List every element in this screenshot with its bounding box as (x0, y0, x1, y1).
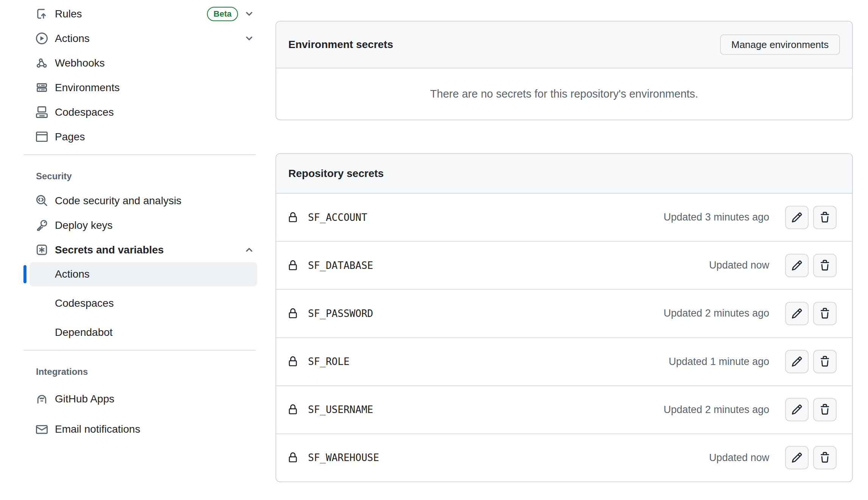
pencil-icon (791, 452, 803, 463)
trash-icon (819, 308, 831, 319)
settings-sidebar: Rules Beta Actions Webhooks Environments… (15, 2, 261, 444)
secret-row: SF_WAREHOUSE Updated now (276, 434, 852, 481)
sidebar-item-label: Email notifications (55, 423, 140, 435)
secret-updated: Updated now (709, 259, 769, 271)
delete-secret-button[interactable] (813, 206, 837, 229)
sidebar-subitem-label: Dependabot (55, 326, 113, 339)
secret-updated: Updated 1 minute ago (669, 356, 769, 368)
sidebar-divider (23, 350, 256, 351)
mail-icon (36, 424, 48, 435)
rules-icon (36, 8, 48, 20)
sidebar-subitem-codespaces[interactable]: Codespaces (30, 291, 257, 315)
sidebar-item-label: Deploy keys (55, 219, 113, 231)
chevron-down-icon (244, 33, 254, 43)
integrations-section-header: Integrations (15, 360, 261, 384)
sidebar-item-label: Rules (55, 8, 82, 20)
pencil-icon (791, 212, 803, 223)
sidebar-item-github-apps[interactable]: GitHub Apps (15, 384, 261, 414)
repository-secrets-panel: Repository secrets SF_ACCOUNT Updated 3 … (275, 153, 853, 482)
delete-secret-button[interactable] (813, 254, 837, 277)
play-icon (36, 33, 48, 44)
sidebar-item-label: GitHub Apps (55, 393, 114, 405)
repository-secrets-header: Repository secrets (276, 154, 852, 194)
lock-icon (288, 452, 298, 463)
manage-environments-button[interactable]: Manage environments (720, 34, 840, 55)
sidebar-item-email-notifications[interactable]: Email notifications (15, 414, 261, 444)
webhook-icon (36, 57, 48, 69)
sidebar-item-code-security[interactable]: Code security and analysis (15, 188, 261, 213)
secret-name: SF_DATABASE (308, 260, 373, 271)
edit-secret-button[interactable] (785, 350, 809, 373)
secret-row: SF_ROLE Updated 1 minute ago (276, 338, 852, 386)
sidebar-item-label: Environments (55, 82, 120, 94)
sidebar-subitem-actions[interactable]: Actions (30, 262, 257, 286)
panel-title: Repository secrets (288, 168, 384, 180)
secret-name: SF_WAREHOUSE (308, 452, 379, 463)
secret-row: SF_PASSWORD Updated 2 minutes ago (276, 290, 852, 338)
secret-updated: Updated 2 minutes ago (664, 307, 769, 319)
sidebar-item-rules[interactable]: Rules Beta (15, 2, 261, 26)
lock-icon (288, 212, 298, 223)
chevron-up-icon (244, 245, 254, 255)
secret-row: SF_ACCOUNT Updated 3 minutes ago (276, 194, 852, 242)
sidebar-subitem-label: Actions (55, 268, 90, 280)
codescan-icon (36, 195, 48, 207)
delete-secret-button[interactable] (813, 446, 837, 469)
asterisk-icon (36, 244, 48, 256)
sidebar-divider (23, 154, 256, 155)
secret-updated: Updated 3 minutes ago (664, 211, 769, 223)
lock-icon (288, 356, 298, 367)
secret-updated: Updated 2 minutes ago (664, 404, 769, 416)
chevron-down-icon (244, 9, 254, 19)
sidebar-item-secrets-and-variables[interactable]: Secrets and variables (15, 238, 261, 262)
sidebar-item-codespaces[interactable]: Codespaces (15, 100, 261, 124)
secret-row: SF_DATABASE Updated now (276, 242, 852, 290)
repository-secrets-list: SF_ACCOUNT Updated 3 minutes ago SF_DATA… (276, 194, 852, 481)
secret-name: SF_USERNAME (308, 404, 373, 415)
repo-settings-page: Rules Beta Actions Webhooks Environments… (0, 0, 868, 500)
sidebar-subitem-dependabot[interactable]: Dependabot (30, 320, 257, 345)
sidebar-item-deploy-keys[interactable]: Deploy keys (15, 213, 261, 238)
panel-title: Environment secrets (288, 39, 393, 51)
delete-secret-button[interactable] (813, 398, 837, 421)
trash-icon (819, 260, 831, 271)
lock-icon (288, 308, 298, 319)
beta-badge: Beta (207, 7, 238, 21)
secret-name: SF_ROLE (308, 356, 350, 367)
edit-secret-button[interactable] (785, 254, 809, 277)
pencil-icon (791, 356, 803, 367)
pencil-icon (791, 308, 803, 319)
delete-secret-button[interactable] (813, 350, 837, 373)
trash-icon (819, 452, 831, 463)
lock-icon (288, 404, 298, 415)
secret-name: SF_ACCOUNT (308, 212, 367, 223)
sidebar-item-label: Code security and analysis (55, 195, 182, 207)
github-apps-icon (36, 393, 48, 405)
pencil-icon (791, 404, 803, 415)
sidebar-item-environments[interactable]: Environments (15, 75, 261, 100)
sidebar-item-label: Webhooks (55, 57, 105, 69)
lock-icon (288, 260, 298, 271)
security-section-header: Security (15, 164, 261, 188)
sidebar-item-pages[interactable]: Pages (15, 124, 261, 149)
sidebar-subitem-label: Codespaces (55, 297, 114, 309)
pencil-icon (791, 260, 803, 271)
environment-secrets-header: Environment secrets Manage environments (276, 22, 852, 68)
edit-secret-button[interactable] (785, 302, 809, 325)
environment-secrets-empty-state: There are no secrets for this repository… (276, 68, 852, 120)
sidebar-item-actions[interactable]: Actions (15, 26, 261, 51)
edit-secret-button[interactable] (785, 446, 809, 469)
trash-icon (819, 356, 831, 367)
edit-secret-button[interactable] (785, 398, 809, 421)
codespaces-icon (36, 106, 48, 118)
secret-updated: Updated now (709, 452, 769, 464)
sidebar-item-label: Actions (55, 33, 90, 45)
edit-secret-button[interactable] (785, 206, 809, 229)
server-icon (36, 82, 48, 93)
sidebar-item-webhooks[interactable]: Webhooks (15, 51, 261, 75)
selected-indicator-bar (23, 265, 26, 283)
sidebar-item-label: Pages (55, 131, 85, 143)
browser-icon (36, 131, 48, 143)
delete-secret-button[interactable] (813, 302, 837, 325)
trash-icon (819, 212, 831, 223)
